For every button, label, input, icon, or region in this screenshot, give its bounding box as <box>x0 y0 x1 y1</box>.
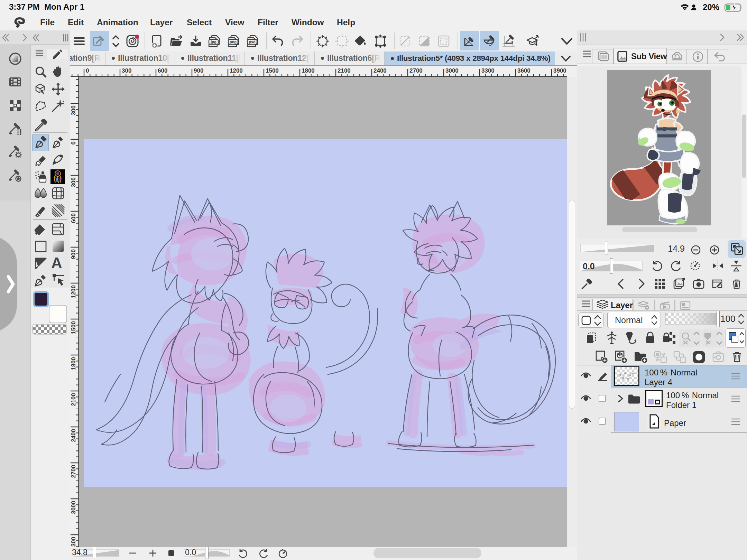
svg-text:png: png <box>230 40 237 44</box>
svg-text:300: 300 <box>71 105 77 115</box>
svg-text:3300: 3300 <box>481 67 495 74</box>
svg-text:3600: 3600 <box>517 67 531 74</box>
svg-text:2700: 2700 <box>409 67 423 74</box>
svg-text:3000: 3000 <box>71 501 77 514</box>
svg-text:600: 600 <box>71 213 77 223</box>
svg-text:900: 900 <box>194 67 203 74</box>
svg-text:psd: psd <box>249 40 256 44</box>
svg-text:0: 0 <box>71 141 77 144</box>
svg-text:1800: 1800 <box>71 357 77 370</box>
svg-text:1500: 1500 <box>71 321 77 334</box>
svg-text:2700: 2700 <box>71 465 77 478</box>
svg-text:1800: 1800 <box>302 67 315 74</box>
svg-text:300: 300 <box>71 177 77 187</box>
svg-text:3900: 3900 <box>553 67 566 74</box>
svg-text:3300: 3300 <box>71 537 77 547</box>
svg-text:20%: 20% <box>703 2 719 12</box>
svg-text:2100: 2100 <box>71 393 77 406</box>
svg-text:2100: 2100 <box>338 67 351 74</box>
svg-text:0: 0 <box>86 67 89 74</box>
svg-text:jpg: jpg <box>210 40 216 44</box>
svg-text:1200: 1200 <box>230 67 243 74</box>
svg-text:300: 300 <box>122 67 131 74</box>
svg-text:900: 900 <box>71 249 77 259</box>
svg-text:3000: 3000 <box>445 67 459 74</box>
svg-text:2400: 2400 <box>71 429 77 442</box>
svg-text:2400: 2400 <box>374 67 387 74</box>
svg-text:1500: 1500 <box>266 67 279 74</box>
svg-text:1200: 1200 <box>71 285 77 298</box>
svg-text:600: 600 <box>158 67 167 74</box>
